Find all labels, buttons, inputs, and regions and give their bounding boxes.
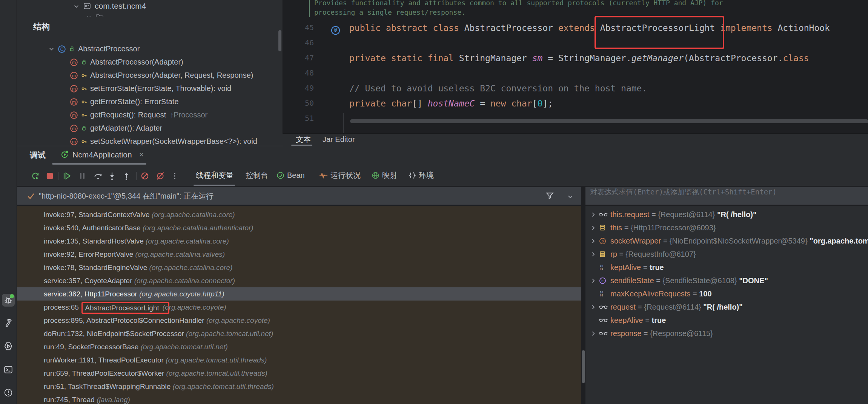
variable-row[interactable]: 1001keptAlive = true — [585, 261, 868, 274]
line-number: 46 — [283, 38, 314, 47]
code-line[interactable]: 45@public abstract class AbstractProcess… — [283, 23, 868, 38]
selected-tab-underline — [194, 185, 235, 186]
stack-frame[interactable]: invoke:540, AuthenticatorBase (org.apach… — [17, 221, 581, 234]
project-tree-item[interactable]: com.test.ncm4 — [73, 2, 146, 11]
structure-item[interactable]: msetSocketWrapper(SocketWrapperBase<?>):… — [17, 135, 283, 146]
chevron-right-icon[interactable] — [590, 278, 596, 284]
filter-funnel-icon[interactable] — [545, 191, 555, 200]
tab-jar-editor[interactable]: Jar Editor — [323, 134, 355, 146]
line-number: 50 — [283, 99, 314, 108]
chevron-right-icon[interactable] — [590, 238, 596, 244]
braces-icon — [409, 171, 416, 179]
tab-environment[interactable]: 环境 — [409, 165, 434, 186]
rerun-button[interactable] — [30, 171, 41, 181]
variable-row[interactable]: this = {Http11Processor@6093} — [585, 221, 868, 234]
chevron-down-icon[interactable] — [73, 3, 80, 9]
variable-name: keptAlive — [610, 263, 641, 271]
watch-icon — [599, 317, 608, 323]
step-into-button[interactable] — [107, 171, 117, 181]
variables-scrollbar[interactable] — [582, 350, 585, 383]
tab-mappings[interactable]: 映射 — [372, 165, 397, 186]
chevron-right-icon[interactable] — [590, 211, 596, 218]
frame-class: ThreadPoolExecutor$Worker — [72, 369, 166, 377]
code-line[interactable]: 46 — [283, 38, 868, 53]
stack-frame[interactable]: run:49, SocketProcessorBase (org.apache.… — [17, 340, 581, 353]
stack-frame[interactable]: doRun:1732, NioEndpoint$SocketProcessor … — [17, 327, 581, 340]
structure-item[interactable]: msetErrorState(ErrorState, Throwable): v… — [17, 82, 283, 95]
tab-threads-variables[interactable]: 线程和变量 — [196, 165, 234, 186]
terminal-icon — [3, 365, 13, 375]
variable-row[interactable]: request = {Request@6114} "R( /hello)" — [585, 301, 868, 314]
chevron-down-icon[interactable] — [567, 193, 574, 200]
evaluate-expression-bar[interactable]: 对表达式求值(Enter)或添加监视(Ctrl+Shift+Enter) — [585, 187, 868, 205]
structure-item[interactable]: mgetAdapter(): Adapter — [17, 122, 283, 135]
frame-location: run:659, — [44, 369, 72, 377]
implementations-down-icon[interactable]: @ — [330, 25, 341, 35]
variable-row[interactable]: rp = {RequestInfo@6107} — [585, 248, 868, 261]
variable-row[interactable]: 1001maxKeepAliveRequests = 100 — [585, 287, 868, 301]
stack-frame[interactable]: invoke:92, ErrorReportValve (org.apache.… — [17, 248, 581, 261]
variable-ref: {RequestInfo@6107} — [626, 250, 696, 258]
chevron-right-icon[interactable] — [590, 304, 596, 310]
more-options-icon[interactable] — [169, 171, 180, 181]
stack-frame[interactable]: run:61, TaskThread$WrappingRunnable (org… — [17, 380, 581, 393]
code-line[interactable]: 50private char[] hostNameC = new char[0]… — [283, 99, 868, 114]
mute-breakpoints-button[interactable] — [155, 171, 166, 181]
code-line[interactable]: 49// Used to avoid useless B2C conversio… — [283, 83, 868, 99]
code-editor[interactable]: Provides functionality and attributes co… — [283, 0, 868, 133]
variable-row[interactable]: EsendfileState = {SendfileState@6108} "D… — [585, 274, 868, 287]
chevron-right-icon[interactable] — [590, 251, 596, 258]
stop-button[interactable] — [45, 171, 55, 181]
frame-package: (org.apache.catalina.connector) — [134, 277, 235, 285]
stack-frame[interactable]: service:382, Http11Processor (org.apache… — [17, 287, 581, 301]
chevron-down-icon[interactable] — [48, 46, 55, 52]
chevron-right-icon[interactable] — [590, 225, 596, 231]
pause-button[interactable] — [77, 171, 88, 181]
stack-frame[interactable]: runWorker:1191, ThreadPoolExecutor (org.… — [17, 353, 581, 367]
variable-row[interactable]: response = {Response@6115} — [585, 327, 868, 340]
structure-item[interactable]: mgetErrorState(): ErrorState — [17, 95, 283, 108]
stack-frame[interactable]: run:745, Thread (java.lang) — [17, 393, 581, 404]
stack-frame[interactable]: process:895, AbstractProtocol$Connection… — [17, 314, 581, 327]
chevron-right-icon[interactable] — [590, 330, 596, 337]
terminal-toolwindow-button[interactable] — [2, 363, 15, 376]
stack-frame[interactable]: invoke:97, StandardContextValve (org.apa… — [17, 208, 581, 221]
stack-frame[interactable]: invoke:135, StandardHostValve (org.apach… — [17, 234, 581, 248]
structure-item[interactable]: CAbstractProcessor — [17, 42, 283, 56]
code-line[interactable]: 48 — [283, 68, 868, 83]
parameter-icon: p — [599, 237, 606, 245]
stack-frame[interactable]: process:65 AbstractProcessorLight(org.ap… — [17, 301, 581, 314]
code-line[interactable]: 47private static final StringManager sm … — [283, 53, 868, 68]
thread-status-bar[interactable]: "http-nio-8080-exec-1"@5,344 在组"main": 正… — [17, 187, 581, 205]
build-toolwindow-button[interactable] — [2, 317, 15, 330]
tab-console[interactable]: 控制台 — [246, 165, 268, 186]
variable-row[interactable]: keepAlive = true — [585, 314, 868, 327]
variable-row[interactable]: psocketWrapper = {NioEndpoint$NioSocketW… — [585, 234, 868, 248]
services-toolwindow-button[interactable] — [2, 340, 15, 353]
stack-frame[interactable]: service:357, CoyoteAdapter (org.apache.c… — [17, 274, 581, 287]
step-over-button[interactable] — [93, 171, 103, 181]
public-lock-icon — [81, 59, 87, 65]
step-out-button[interactable] — [121, 171, 132, 181]
stack-frame[interactable]: invoke:78, StandardEngineValve (org.apac… — [17, 261, 581, 274]
problems-toolwindow-button[interactable] — [2, 386, 15, 399]
javadoc-line: processing a single request/response. — [314, 8, 465, 16]
variable-row[interactable]: this.request = {Request@6114} "R( /hello… — [585, 208, 868, 221]
structure-item[interactable]: mAbstractProcessor(Adapter, Request, Res… — [17, 69, 283, 82]
variable-name: response — [610, 329, 641, 338]
close-icon[interactable]: × — [139, 150, 144, 160]
structure-scrollbar[interactable] — [278, 30, 281, 51]
view-breakpoints-button[interactable] — [140, 171, 150, 181]
tab-bean[interactable]: Bean — [277, 165, 305, 186]
structure-item[interactable]: mAbstractProcessor(Adapter) — [17, 56, 283, 69]
editor-horizontal-scrollbar[interactable] — [350, 119, 868, 123]
inherited-from-hint: ↑Processor — [170, 111, 207, 119]
resume-button[interactable] — [61, 171, 72, 181]
structure-tree: CAbstractProcessormAbstractProcessor(Ada… — [17, 42, 283, 146]
debug-session-tab[interactable]: Ncm4Application × — [52, 146, 149, 163]
structure-item[interactable]: mgetRequest(): Request↑Processor — [17, 108, 283, 122]
tab-health[interactable]: 运行状况 — [319, 165, 361, 186]
variable-value: 100 — [699, 290, 711, 298]
debug-toolwindow-button[interactable] — [2, 294, 15, 307]
stack-frame[interactable]: run:659, ThreadPoolExecutor$Worker (org.… — [17, 367, 581, 380]
